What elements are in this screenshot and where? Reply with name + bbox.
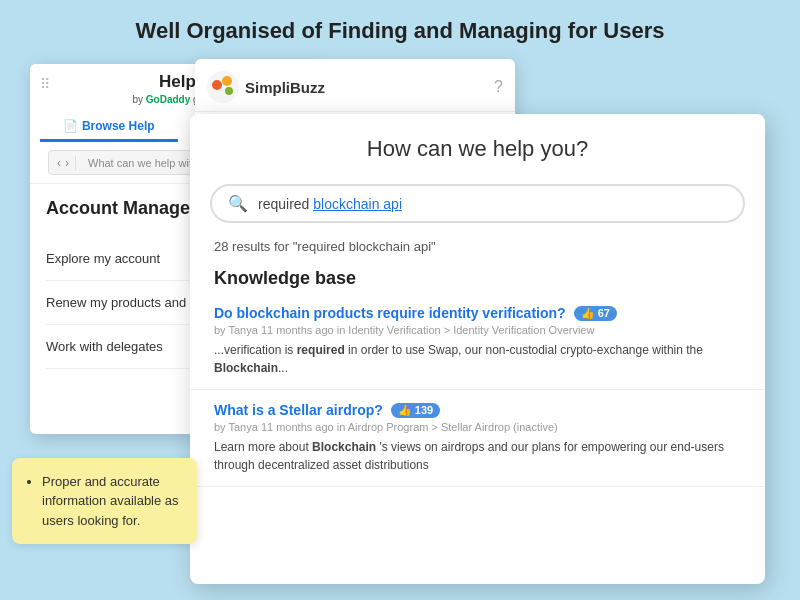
svg-point-2 [222, 76, 232, 86]
nav-back-icon[interactable]: ‹ [57, 156, 61, 170]
thumbs-up-icon-2: 👍 [398, 404, 412, 417]
thumbs-count-1: 67 [598, 307, 610, 319]
help-search-box[interactable]: 🔍 required blockchain api [210, 184, 745, 223]
svg-point-3 [225, 87, 233, 95]
simplibuzz-logo: SimpliBuzz [207, 71, 325, 103]
nav-arrows: ‹ › [57, 156, 76, 170]
kb-result-2-title[interactable]: What is a Stellar airdrop? 👍 139 [214, 402, 741, 418]
kb-result-1-thumbs: 👍 67 [574, 306, 617, 321]
search-query: required blockchain api [258, 196, 402, 212]
kb-result-2-link[interactable]: What is a Stellar airdrop? [214, 402, 383, 418]
kb-result-1-desc: ...verification is required in order to … [214, 341, 741, 377]
page-title: Well Organised of Finding and Managing f… [0, 0, 800, 54]
cards-area: ⠿ Help × by GoDaddy guides 📄 Browse Help… [0, 54, 800, 574]
tab-browse-help[interactable]: 📄 Browse Help [40, 113, 178, 142]
drag-icon: ⠿ [40, 76, 51, 92]
kb-result-1-meta: by Tanya 11 months ago in Identity Verif… [214, 324, 741, 336]
simplibuzz-header: SimpliBuzz ? [195, 59, 515, 112]
yellow-note-bullet: Proper and accurate information availabl… [42, 472, 183, 531]
simplibuzz-help-icon[interactable]: ? [494, 78, 503, 96]
help-search-title: How can we help you? [210, 136, 745, 162]
tab-browse-label: Browse Help [82, 119, 155, 133]
svg-point-0 [207, 71, 239, 103]
kb-result-1-link[interactable]: Do blockchain products require identity … [214, 305, 566, 321]
kb-result-2: What is a Stellar airdrop? 👍 139 by Tany… [190, 390, 765, 487]
search-query-underlined: blockchain api [313, 196, 402, 212]
simplibuzz-brand-name: SimpliBuzz [245, 79, 325, 96]
kb-result-2-meta: by Tanya 11 months ago in Airdrop Progra… [214, 421, 741, 433]
kb-result-1-title[interactable]: Do blockchain products require identity … [214, 305, 741, 321]
svg-point-1 [212, 80, 222, 90]
kb-result-1: Do blockchain products require identity … [190, 293, 765, 390]
search-main-icon: 🔍 [228, 194, 248, 213]
simplibuzz-logo-icon [207, 71, 239, 103]
kb-result-2-thumbs: 👍 139 [391, 403, 440, 418]
yellow-note-text: Proper and accurate information availabl… [26, 472, 183, 531]
knowledge-base-title: Knowledge base [190, 260, 765, 293]
thumbs-up-icon: 👍 [581, 307, 595, 320]
nav-forward-icon[interactable]: › [65, 156, 69, 170]
results-count: 28 results for "required blockchain api" [190, 233, 765, 260]
help-search-card: How can we help you? 🔍 required blockcha… [190, 114, 765, 584]
kb-result-2-desc: Learn more about Blockchain 's views on … [214, 438, 741, 474]
yellow-note: Proper and accurate information availabl… [12, 458, 197, 545]
godaddy-title: Help [159, 72, 196, 92]
document-icon: 📄 [63, 119, 78, 133]
thumbs-count-2: 139 [415, 404, 433, 416]
help-search-header: How can we help you? [190, 114, 765, 174]
